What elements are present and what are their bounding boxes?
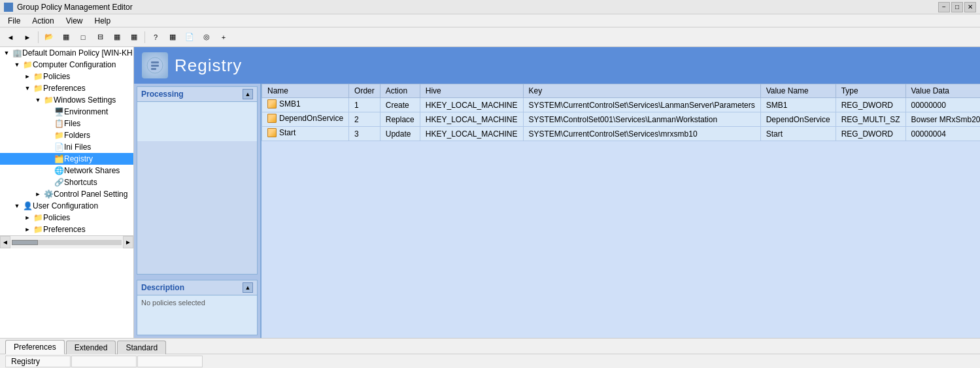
main-container: ▼ 🏢 Default Domain Policy [WIN-KH ▼ 📁 Co… (0, 47, 980, 338)
network-icon: 🌐 (54, 165, 64, 176)
toolbar-minus-grid[interactable]: ⊟ (92, 30, 108, 44)
sidebar-item-files[interactable]: 📋 Files (0, 118, 133, 129)
col-key[interactable]: Key (523, 84, 760, 98)
menu-help[interactable]: Help (90, 15, 116, 27)
toolbar-target[interactable]: ◎ (199, 30, 214, 44)
table-row[interactable]: Start 3 Update HKEY_LOCAL_MACHINE SYSTEM… (262, 127, 981, 141)
sidebar-label-cp: Control Panel Setting (54, 190, 133, 199)
registry-table: Name Order Action Hive Key Value Name Ty… (262, 84, 980, 141)
menu-view[interactable]: View (61, 15, 88, 27)
toolbar-doc[interactable]: 📄 (182, 30, 197, 44)
sidebar-scroll-track (12, 240, 122, 245)
table-row[interactable]: SMB1 1 Create HKEY_LOCAL_MACHINE SYSTEM\… (262, 98, 981, 112)
sidebar-item-preferences[interactable]: ▼ 📁 Preferences (0, 82, 133, 94)
sidebar-label-upol: Policies (43, 213, 133, 222)
maximize-button[interactable]: □ (951, 2, 963, 12)
folders-icon: 📁 (54, 130, 64, 141)
tabs-bar: Preferences Extended Standard (0, 338, 980, 354)
sidebar-scroll-left[interactable]: ◄ (0, 236, 10, 248)
user-config-icon: 👤 (22, 201, 33, 211)
tree-toggle-upref[interactable]: ► (22, 226, 33, 233)
tree-toggle-pol[interactable]: ► (22, 73, 33, 80)
col-value-name[interactable]: Value Name (760, 84, 836, 98)
sidebar-scroll-area[interactable]: ▼ 🏢 Default Domain Policy [WIN-KH ▼ 📁 Co… (0, 47, 133, 235)
sidebar-bottom-scroll: ◄ ► (0, 235, 133, 248)
tab-extended[interactable]: Extended (66, 341, 116, 354)
cell-key-1: SYSTEM\ControlSet001\Services\LanmanWork… (523, 112, 760, 127)
toolbar-forward[interactable]: ► (20, 30, 35, 44)
sidebar-label-root: Default Domain Policy [WIN-KH (22, 48, 133, 58)
col-type[interactable]: Type (836, 84, 905, 98)
col-name[interactable]: Name (262, 84, 349, 98)
cell-value-name-1: DependOnService (760, 112, 836, 127)
sidebar-item-folders[interactable]: 📁 Folders (0, 129, 133, 141)
sidebar-item-shortcuts[interactable]: 🔗 Shortcuts (0, 176, 133, 188)
description-collapse[interactable]: ▲ (243, 282, 253, 293)
sidebar-label-ini: Ini Files (64, 142, 133, 152)
user-policies-icon: 📁 (33, 212, 43, 223)
toolbar-view[interactable]: ▦ (165, 30, 180, 44)
sidebar-item-policies[interactable]: ► 📁 Policies (0, 71, 133, 82)
sidebar-item-control-panel[interactable]: ► ⚙️ Control Panel Setting (0, 188, 133, 200)
sidebar-item-environment[interactable]: 🖥️ Environment (0, 106, 133, 118)
toolbar-add[interactable]: + (216, 30, 231, 44)
processing-collapse[interactable]: ▲ (243, 89, 253, 99)
window-controls: − □ ✕ (938, 2, 976, 12)
sidebar-item-registry[interactable]: 🗂️ Registry (0, 153, 133, 165)
cell-hive-2: HKEY_LOCAL_MACHINE (420, 127, 523, 141)
sidebar-label-sc: Shortcuts (64, 178, 133, 187)
toolbar-grid2[interactable]: ▦ (109, 30, 125, 44)
sidebar-item-user-config[interactable]: ▼ 👤 User Configuration (0, 200, 133, 212)
tab-preferences[interactable]: Preferences (5, 340, 65, 354)
sidebar-scroll-thumb[interactable] (12, 240, 38, 245)
sidebar-item-ini-files[interactable]: 📄 Ini Files (0, 141, 133, 153)
menu-bar: File Action View Help (0, 14, 980, 27)
tree-toggle-root[interactable]: ▼ (1, 50, 12, 56)
tab-standard[interactable]: Standard (117, 341, 166, 354)
menu-action[interactable]: Action (27, 15, 59, 27)
close-button[interactable]: ✕ (964, 2, 976, 12)
tree-toggle-upol[interactable]: ► (22, 214, 33, 221)
toolbar-square[interactable]: □ (75, 30, 91, 44)
col-hive[interactable]: Hive (420, 84, 523, 98)
tree-toggle-uc[interactable]: ▼ (12, 203, 22, 209)
col-value-data[interactable]: Value Data (905, 84, 980, 98)
toolbar-back[interactable]: ◄ (3, 30, 18, 44)
reg-icon-2 (267, 128, 277, 137)
sidebar-item-network-shares[interactable]: 🌐 Network Shares (0, 165, 133, 176)
sidebar-item-root[interactable]: ▼ 🏢 Default Domain Policy [WIN-KH (0, 47, 133, 59)
sidebar-label-registry: Registry (64, 154, 133, 163)
table-row[interactable]: DependOnService 2 Replace HKEY_LOCAL_MAC… (262, 112, 981, 127)
tree-toggle-cc[interactable]: ▼ (12, 61, 22, 68)
sidebar-item-user-preferences[interactable]: ► 📁 Preferences (0, 224, 133, 235)
col-action[interactable]: Action (380, 84, 420, 98)
shortcut-icon: 🔗 (54, 177, 64, 188)
toolbar-grid[interactable]: ▦ (58, 30, 74, 44)
menu-file[interactable]: File (3, 15, 25, 27)
sidebar-item-windows-settings[interactable]: ▼ 📁 Windows Settings (0, 94, 133, 106)
processing-body (137, 102, 257, 141)
sidebar-label-cc: Computer Configuration (33, 60, 133, 69)
toolbar-help[interactable]: ? (148, 30, 163, 44)
cell-action-1: Replace (380, 112, 420, 127)
sidebar-label-ws: Windows Settings (54, 95, 133, 105)
cell-order-0: 1 (349, 98, 380, 112)
sidebar-scroll-right[interactable]: ► (123, 236, 133, 248)
sidebar-item-user-policies[interactable]: ► 📁 Policies (0, 212, 133, 224)
toolbar-grid3[interactable]: ▦ (126, 30, 142, 44)
user-pref-icon: 📁 (33, 224, 43, 235)
cell-value-data-2: 00000004 (905, 127, 980, 141)
tree-toggle-pref[interactable]: ▼ (22, 85, 33, 92)
description-header: Description ▲ (137, 280, 257, 295)
description-text: No policies selected (141, 299, 205, 307)
toolbar-open[interactable]: 📂 (41, 30, 57, 44)
cell-action-0: Create (380, 98, 420, 112)
sidebar-item-computer-config[interactable]: ▼ 📁 Computer Configuration (0, 59, 133, 71)
description-body: No policies selected (137, 295, 257, 335)
tree-toggle-cp[interactable]: ► (33, 191, 43, 197)
cell-key-2: SYSTEM\CurrentControlSet\Services\mrxsmb… (523, 127, 760, 141)
col-order[interactable]: Order (349, 84, 380, 98)
cell-hive-1: HKEY_LOCAL_MACHINE (420, 112, 523, 127)
minimize-button[interactable]: − (938, 2, 950, 12)
tree-toggle-ws[interactable]: ▼ (33, 97, 43, 103)
